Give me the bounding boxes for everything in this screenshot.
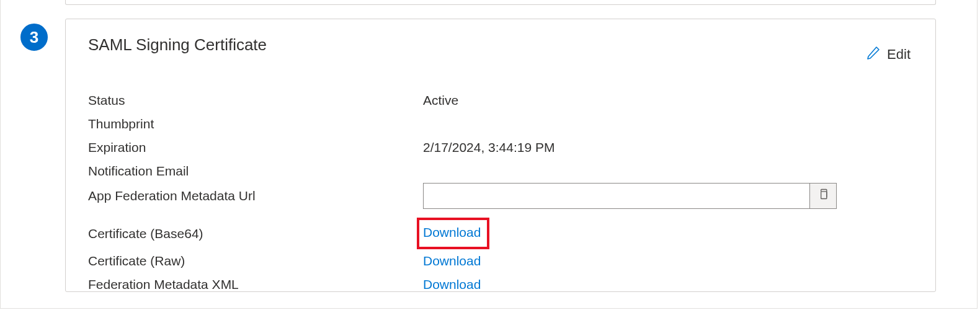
cert-raw-row: Certificate (Raw) Download <box>88 249 913 273</box>
expiration-label: Expiration <box>88 136 423 159</box>
fed-xml-label: Federation Metadata XML <box>88 273 423 296</box>
saml-signing-certificate-card: SAML Signing Certificate Edit Status Act… <box>65 19 936 292</box>
metadata-url-label: App Federation Metadata Url <box>88 184 423 208</box>
config-panel-outline: 3 SAML Signing Certificate Edit Status A… <box>0 0 978 309</box>
thumbprint-label: Thumbprint <box>88 112 423 136</box>
expiration-row: Expiration 2/17/2024, 3:44:19 PM <box>88 136 913 159</box>
metadata-url-group <box>423 183 837 209</box>
status-label: Status <box>88 89 423 112</box>
notification-email-row: Notification Email <box>88 159 913 183</box>
edit-label: Edit <box>887 46 911 63</box>
notification-email-label: Notification Email <box>88 159 423 183</box>
previous-card-bottom-edge <box>65 0 936 5</box>
cert-base64-download-link[interactable]: Download <box>423 225 481 239</box>
fed-xml-download-link[interactable]: Download <box>423 277 481 291</box>
step-number: 3 <box>30 28 38 47</box>
pencil-icon <box>866 45 881 64</box>
metadata-url-input[interactable] <box>423 183 809 209</box>
card-header: SAML Signing Certificate Edit <box>88 35 913 64</box>
copy-button[interactable] <box>809 183 837 209</box>
fed-xml-row: Federation Metadata XML Download <box>88 273 913 296</box>
status-row: Status Active <box>88 89 913 112</box>
svg-rect-0 <box>821 192 827 199</box>
metadata-url-row: App Federation Metadata Url <box>88 183 913 209</box>
step-badge: 3 <box>20 24 48 51</box>
expiration-value: 2/17/2024, 3:44:19 PM <box>423 136 913 159</box>
status-value: Active <box>423 89 913 112</box>
edit-button[interactable]: Edit <box>866 45 911 64</box>
cert-base64-label: Certificate (Base64) <box>88 222 423 246</box>
cert-raw-label: Certificate (Raw) <box>88 249 423 273</box>
card-title: SAML Signing Certificate <box>88 35 267 55</box>
cert-raw-download-link[interactable]: Download <box>423 254 481 268</box>
copy-icon <box>817 184 829 208</box>
thumbprint-row: Thumbprint <box>88 112 913 136</box>
download-highlight-box: Download <box>417 218 489 249</box>
cert-base64-row: Certificate (Base64) Download <box>88 218 913 249</box>
